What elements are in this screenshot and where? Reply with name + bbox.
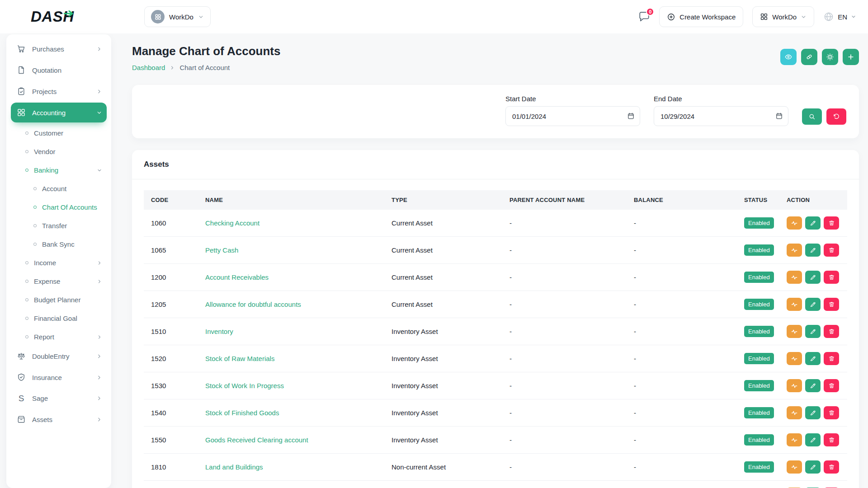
add-button[interactable] <box>843 49 859 65</box>
delete-button[interactable] <box>824 460 839 474</box>
edit-button[interactable] <box>805 244 821 257</box>
bullet-icon <box>25 280 28 283</box>
activity-icon <box>791 301 798 308</box>
edit-button[interactable] <box>805 216 821 230</box>
start-date-input[interactable] <box>505 106 640 126</box>
bullet-icon <box>25 169 28 172</box>
messages-button[interactable]: 0 <box>638 11 650 23</box>
delete-button[interactable] <box>824 216 839 230</box>
edit-button[interactable] <box>805 379 821 392</box>
eye-icon <box>784 53 793 61</box>
transactions-button[interactable] <box>787 271 802 284</box>
row-actions <box>787 244 840 257</box>
edit-button[interactable] <box>805 433 821 446</box>
table-row: 1820 Office Furniture and Equipement Non… <box>144 481 847 488</box>
sidebar-item-income[interactable]: Income <box>11 253 107 272</box>
account-name-link[interactable]: Goods Received Clearing account <box>205 436 308 444</box>
sidebar-item-label: Financial Goal <box>34 314 77 322</box>
delete-button[interactable] <box>824 379 839 392</box>
app-logo[interactable]: DASH <box>0 8 132 25</box>
sidebar-item-label: Banking <box>34 166 58 174</box>
transactions-button[interactable] <box>787 325 802 338</box>
sidebar-item-accounting[interactable]: Accounting <box>11 103 107 122</box>
account-name-link[interactable]: Stock of Finished Goods <box>205 409 279 417</box>
sidebar-item-projects[interactable]: Projects <box>11 81 107 101</box>
sidebar-item-account[interactable]: Account <box>11 179 107 198</box>
account-balance: - <box>627 291 737 318</box>
transactions-button[interactable] <box>787 406 802 419</box>
transactions-button[interactable] <box>787 379 802 392</box>
edit-button[interactable] <box>805 460 821 474</box>
workspace-avatar <box>151 10 165 23</box>
sidebar-item-purchases[interactable]: Purchases <box>11 39 107 59</box>
sidebar-item-banking[interactable]: Banking <box>11 161 107 179</box>
sidebar-item-assets[interactable]: Assets <box>11 409 107 429</box>
start-date-group: Start Date <box>505 95 640 126</box>
end-date-input[interactable] <box>654 106 788 126</box>
account-name-link[interactable]: Checking Account <box>205 219 259 227</box>
activity-icon <box>791 436 798 444</box>
sidebar-item-transfer[interactable]: Transfer <box>11 216 107 235</box>
account-name-link[interactable]: Land and Buildings <box>205 463 263 471</box>
sidebar-item-double-entry[interactable]: DoubleEntry <box>11 346 107 366</box>
account-type: Inventory Asset <box>384 318 502 345</box>
account-name-link[interactable]: Petty Cash <box>205 246 238 254</box>
language-selector[interactable]: EN <box>823 11 856 22</box>
delete-button[interactable] <box>824 271 839 284</box>
sidebar-item-customer[interactable]: Customer <box>11 124 107 142</box>
settings-button[interactable] <box>822 49 838 65</box>
activity-icon <box>791 355 798 362</box>
sidebar-item-insurance[interactable]: Insurance <box>11 367 107 387</box>
layout: Purchases Quotation Projects Accounting <box>0 33 868 488</box>
bullet-icon <box>33 187 37 190</box>
workspace-selector[interactable]: WorkDo <box>144 6 211 27</box>
edit-button[interactable] <box>805 298 821 311</box>
breadcrumb-dashboard-link[interactable]: Dashboard <box>132 64 165 71</box>
sidebar-item-label: Income <box>34 259 56 267</box>
parent-account-name: - <box>502 210 627 237</box>
sidebar-item-bank-sync[interactable]: Bank Sync <box>11 235 107 253</box>
account-name-link[interactable]: Stock of Work In Progress <box>205 382 284 389</box>
delete-button[interactable] <box>824 406 839 419</box>
sidebar-item-financial-goal[interactable]: Financial Goal <box>11 309 107 328</box>
sidebar-item-chart-of-accounts[interactable]: Chart Of Accounts <box>11 198 107 216</box>
filter-card: Start Date End Date <box>132 85 859 138</box>
transactions-button[interactable] <box>787 298 802 311</box>
sidebar-item-vendor[interactable]: Vendor <box>11 142 107 161</box>
transactions-button[interactable] <box>787 352 802 365</box>
edit-button[interactable] <box>805 271 821 284</box>
delete-button[interactable] <box>824 325 839 338</box>
transactions-button[interactable] <box>787 433 802 446</box>
edit-button[interactable] <box>805 325 821 338</box>
sidebar-item-sage[interactable]: S Sage <box>11 389 107 408</box>
delete-button[interactable] <box>824 352 839 365</box>
account-name-link[interactable]: Allowance for doubtful accounts <box>205 300 301 308</box>
sidebar-item-quotation[interactable]: Quotation <box>11 60 107 80</box>
messages-count-badge: 0 <box>646 8 654 16</box>
preview-button[interactable] <box>780 49 797 65</box>
topbar: DASH WorkDo 0 Create Workspace Wo <box>0 0 868 33</box>
sidebar-item-budget-planner[interactable]: Budget Planner <box>11 291 107 309</box>
delete-button[interactable] <box>824 244 839 257</box>
sidebar-item-label: Chart Of Accounts <box>42 203 97 211</box>
search-button[interactable] <box>802 108 822 125</box>
transactions-button[interactable] <box>787 460 802 474</box>
edit-button[interactable] <box>805 352 821 365</box>
sidebar-item-expense[interactable]: Expense <box>11 272 107 291</box>
activity-icon <box>791 382 798 389</box>
apps-menu-button[interactable]: WorkDo <box>752 6 814 27</box>
clipboard-check-icon <box>16 87 26 96</box>
delete-button[interactable] <box>824 298 839 311</box>
reset-filter-button[interactable] <box>826 108 846 125</box>
account-name-link[interactable]: Stock of Raw Materials <box>205 355 274 362</box>
ai-button[interactable] <box>801 49 817 65</box>
sidebar-item-report[interactable]: Report <box>11 328 107 346</box>
scale-icon <box>16 352 26 361</box>
account-name-link[interactable]: Account Receivables <box>205 273 269 281</box>
account-name-link[interactable]: Inventory <box>205 328 233 335</box>
transactions-button[interactable] <box>787 244 802 257</box>
edit-button[interactable] <box>805 406 821 419</box>
transactions-button[interactable] <box>787 216 802 230</box>
create-workspace-button[interactable]: Create Workspace <box>659 6 743 27</box>
delete-button[interactable] <box>824 433 839 446</box>
